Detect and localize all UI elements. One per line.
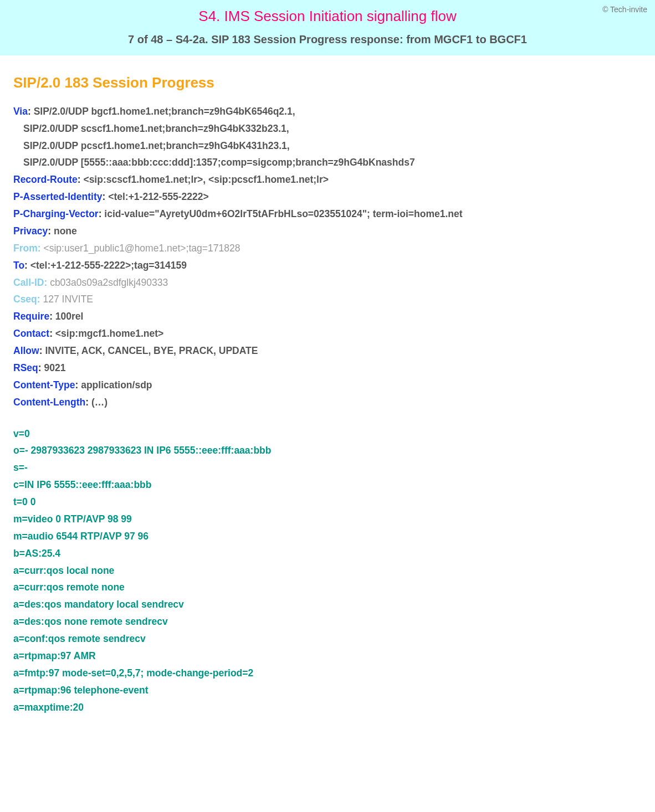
sdp-line: b=AS:25.4 xyxy=(13,546,642,562)
sip-header-colon: : xyxy=(24,260,30,271)
sip-header-continuation: SIP/2.0/UDP pcscf1.home1.net;branch=z9hG… xyxy=(13,138,642,154)
sdp-line: v=0 xyxy=(13,426,642,442)
sip-header-value: <sip:user1_public1@home1.net>;tag=171828 xyxy=(43,243,240,254)
sdp-line: m=video 0 RTP/AVP 98 99 xyxy=(13,511,642,527)
sip-header-colon: : xyxy=(102,191,108,202)
sip-header-value: SIP/2.0/UDP [5555::aaa:bbb:ccc:ddd]:1357… xyxy=(23,157,415,168)
sip-header-name: P-Charging-Vector xyxy=(13,208,99,219)
sdp-line: a=curr:qos remote none xyxy=(13,579,642,595)
sdp-line: c=IN IP6 5555::eee:fff:aaa:bbb xyxy=(13,477,642,493)
sip-header-value: (…) xyxy=(91,397,108,408)
sip-header-value: SIP/2.0/UDP pcscf1.home1.net;branch=z9hG… xyxy=(23,140,290,151)
sip-header-line: P-Asserted-Identity: <tel:+1-212-555-222… xyxy=(13,189,642,205)
sip-header-name: Cseq xyxy=(13,294,37,305)
sdp-line: m=audio 6544 RTP/AVP 97 96 xyxy=(13,528,642,544)
sip-header-name: Require xyxy=(13,311,49,322)
sip-header-line: Call-ID: cb03a0s09a2sdfglkj490333 xyxy=(13,275,642,291)
sip-header-colon: : xyxy=(44,277,50,288)
sdp-line: s=- xyxy=(13,460,642,476)
sip-header-line: Privacy: none xyxy=(13,223,642,239)
sip-header-name: Privacy xyxy=(13,225,48,237)
sip-headers: Via: SIP/2.0/UDP bgcf1.home1.net;branch=… xyxy=(13,104,642,410)
sip-header-name: Record-Route xyxy=(13,174,78,185)
sip-header-value: <sip:mgcf1.home1.net> xyxy=(55,328,163,339)
sip-header-line: From: <sip:user1_public1@home1.net>;tag=… xyxy=(13,240,642,256)
sip-header-line: RSeq: 9021 xyxy=(13,360,642,376)
sip-header-colon: : xyxy=(48,225,54,237)
sip-header-line: Via: SIP/2.0/UDP bgcf1.home1.net;branch=… xyxy=(13,104,642,120)
sip-header-colon: : xyxy=(78,174,84,185)
sip-header-value: icid-value="AyretyU0dm+6O2IrT5tAFrbHLso=… xyxy=(104,208,462,219)
sdp-line: t=0 0 xyxy=(13,494,642,510)
sip-header-name: Call-ID xyxy=(13,277,44,288)
sip-header-line: Require: 100rel xyxy=(13,309,642,325)
sdp-line: a=fmtp:97 mode-set=0,2,5,7; mode-change-… xyxy=(13,665,642,681)
sdp-line: o=- 2987933623 2987933623 IN IP6 5555::e… xyxy=(13,443,642,459)
sip-header-continuation: SIP/2.0/UDP [5555::aaa:bbb:ccc:ddd]:1357… xyxy=(13,155,642,171)
copyright-label: © Tech-invite xyxy=(602,3,647,16)
page-banner: © Tech-invite S4. IMS Session Initiation… xyxy=(0,0,655,55)
sip-header-colon: : xyxy=(99,208,105,219)
sip-status-line: SIP/2.0 183 Session Progress xyxy=(13,71,642,95)
sip-header-colon: : xyxy=(39,345,45,356)
sip-header-name: RSeq xyxy=(13,362,38,373)
sip-header-name: Contact xyxy=(13,328,49,339)
sip-header-value: <sip:scscf1.home1.net;lr>, <sip:pcscf1.h… xyxy=(83,174,329,185)
sip-header-colon: : xyxy=(38,362,44,373)
sip-header-value: cb03a0s09a2sdfglkj490333 xyxy=(50,277,168,288)
sip-header-name: Allow xyxy=(13,345,39,356)
sip-header-value: SIP/2.0/UDP scscf1.home1.net;branch=z9hG… xyxy=(23,123,289,134)
sip-header-line: Content-Type: application/sdp xyxy=(13,377,642,393)
sip-header-colon: : xyxy=(49,328,55,339)
sip-header-value: INVITE, ACK, CANCEL, BYE, PRACK, UPDATE xyxy=(45,345,258,356)
sip-header-colon: : xyxy=(37,294,43,305)
sip-header-value: none xyxy=(54,225,77,237)
sip-header-value: 9021 xyxy=(44,362,65,373)
sdp-line: a=rtpmap:96 telephone-event xyxy=(13,682,642,698)
banner-title: S4. IMS Session Initiation signalling fl… xyxy=(11,4,644,28)
sip-header-name: Via xyxy=(13,106,28,117)
sip-header-value: 100rel xyxy=(55,311,84,322)
sip-header-line: Contact: <sip:mgcf1.home1.net> xyxy=(13,326,642,342)
sip-header-value: <tel:+1-212-555-2222>;tag=314159 xyxy=(30,260,187,271)
sip-header-colon: : xyxy=(38,243,44,254)
sip-header-continuation: SIP/2.0/UDP scscf1.home1.net;branch=z9hG… xyxy=(13,121,642,137)
sip-header-line: P-Charging-Vector: icid-value="AyretyU0d… xyxy=(13,206,642,222)
sdp-line: a=des:qos mandatory local sendrecv xyxy=(13,597,642,613)
sdp-body: v=0o=- 2987933623 2987933623 IN IP6 5555… xyxy=(13,426,642,716)
sip-header-name: To xyxy=(13,260,24,271)
banner-subtitle: 7 of 48 – S4-2a. SIP 183 Session Progres… xyxy=(11,30,644,49)
sdp-line: a=rtpmap:97 AMR xyxy=(13,648,642,664)
sip-header-line: Allow: INVITE, ACK, CANCEL, BYE, PRACK, … xyxy=(13,343,642,359)
sip-header-value: SIP/2.0/UDP bgcf1.home1.net;branch=z9hG4… xyxy=(34,106,295,117)
sip-header-value: 127 INVITE xyxy=(43,294,93,305)
sdp-line: a=curr:qos local none xyxy=(13,563,642,579)
sip-header-colon: : xyxy=(85,397,91,408)
sip-message-content: SIP/2.0 183 Session Progress Via: SIP/2.… xyxy=(0,55,655,739)
sip-header-line: Record-Route: <sip:scscf1.home1.net;lr>,… xyxy=(13,172,642,188)
sip-header-line: To: <tel:+1-212-555-2222>;tag=314159 xyxy=(13,258,642,274)
sip-header-line: Content-Length: (…) xyxy=(13,394,642,410)
sip-header-name: From xyxy=(13,243,38,254)
sdp-line: a=conf:qos remote sendrecv xyxy=(13,631,642,647)
sdp-line: a=maxptime:20 xyxy=(13,700,642,716)
sip-header-name: P-Asserted-Identity xyxy=(13,191,102,202)
sip-header-value: <tel:+1-212-555-2222> xyxy=(108,191,208,202)
sip-header-colon: : xyxy=(49,311,55,322)
sdp-line: a=des:qos none remote sendrecv xyxy=(13,614,642,630)
sip-header-name: Content-Length xyxy=(13,397,85,408)
sip-header-name: Content-Type xyxy=(13,379,75,390)
sip-header-value: application/sdp xyxy=(81,379,152,390)
sip-header-line: Cseq: 127 INVITE xyxy=(13,291,642,307)
sip-header-colon: : xyxy=(28,106,34,117)
sip-header-colon: : xyxy=(75,379,81,390)
